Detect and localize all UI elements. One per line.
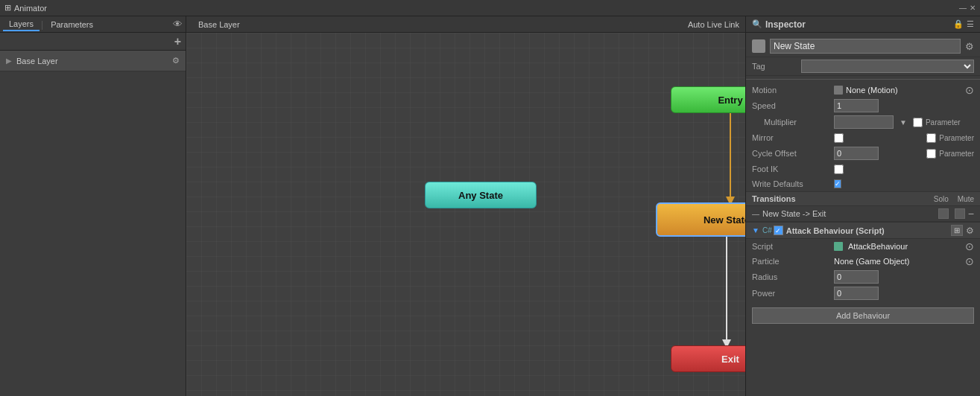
write-defaults-checkbox[interactable]: ✓ [834,179,841,188]
inspector-title: Inspector [765,19,806,30]
behaviour-title: Attack Behaviour (Script) [786,226,951,235]
close-icon[interactable]: ✕ [970,4,976,12]
left-panel: Layers | Parameters 👁 + ▶ Base Layer ⚙ [0,16,186,396]
layers-list: ▶ Base Layer ⚙ [0,51,186,396]
foot-ik-checkbox[interactable] [834,165,844,174]
motion-value: None (Motion) ⊙ [834,84,974,96]
behaviour-enabled-checkbox[interactable]: ✓ [774,226,783,235]
radius-label: Radius [752,272,834,281]
state-name-input[interactable] [770,39,961,54]
power-row: Power [746,285,980,301]
gear-icon[interactable]: ⚙ [172,56,180,66]
particle-label: Particle [752,257,834,266]
canvas-toolbar: Base Layer Auto Live Link [186,16,745,33]
inspector-body: ⚙ Tag Motion None (Motion) ⊙ [746,33,980,333]
behaviour-expand-icon: ▼ [752,226,759,234]
multiplier-dropdown-icon: ▼ [900,118,907,127]
state-name-row: ⚙ [746,36,980,57]
transition-item[interactable]: — New State -> Exit − [746,206,980,222]
canvas[interactable]: Entry Any State New State Exit [186,33,745,396]
state-gear-button[interactable]: ⚙ [965,41,974,52]
motion-label: Motion [752,86,834,95]
cycle-offset-label: Cycle Offset [752,149,834,158]
particle-value: None (Game Object) [834,257,909,266]
speed-input[interactable] [834,99,879,112]
list-item[interactable]: ▶ Base Layer ⚙ [0,51,186,71]
script-value: AttackBehaviour [848,242,908,251]
mirror-label: Mirror [752,133,834,142]
behaviour-section-header: ▼ C# ✓ Attack Behaviour (Script) ⊞ ⚙ [746,222,980,239]
radius-input[interactable] [834,270,879,284]
multiplier-label: Multiplier [752,118,834,127]
script-picker-button[interactable]: ⊙ [965,240,974,252]
canvas-area: Base Layer Auto Live Link Entry Any Stat… [186,16,745,396]
foot-ik-row: Foot IK [746,162,980,176]
inspector-panel: 🔍 Inspector 🔒 ☰ ⚙ Tag [745,16,980,396]
multiplier-parameter-check[interactable] [913,118,923,127]
cycle-offset-parameter-check[interactable] [926,149,936,159]
add-layer-button[interactable]: + [174,35,181,48]
auto-live-link[interactable]: Auto Live Link [688,20,739,29]
expand-icon: ▶ [6,57,12,65]
canvas-tab: Base Layer [192,19,246,31]
behaviour-gear-button[interactable]: ⚙ [966,226,974,236]
tab-parameters[interactable]: Parameters [45,19,99,31]
motion-row: Motion None (Motion) ⊙ [746,83,980,98]
menu-icon[interactable]: ☰ [967,19,974,29]
any-state-label: Any State [458,190,503,201]
script-icon-obj [834,242,843,251]
motion-obj-icon [834,86,843,95]
motion-picker-button[interactable]: ⊙ [965,84,974,96]
animator-grid-icon: ⊞ [4,3,11,13]
tag-label: Tag [752,62,797,71]
power-label: Power [752,289,834,298]
cycle-offset-input[interactable] [834,147,879,160]
mirror-parameter-label: Parameter [939,134,974,142]
left-panel-tabs: Layers | Parameters 👁 [0,16,186,33]
foot-ik-label: Foot IK [752,165,834,173]
inspector-header: 🔍 Inspector 🔒 ☰ [746,16,980,33]
tab-layers[interactable]: Layers [3,18,39,31]
lock-icon[interactable]: 🔒 [953,19,964,29]
eye-icon[interactable]: 👁 [173,19,183,30]
layer-toolbar: + [0,33,186,51]
transition-arrow-icon: — [752,210,759,218]
behaviour-edit-button[interactable]: ⊞ [951,225,963,236]
speed-label: Speed [752,101,834,110]
solo-check[interactable] [938,208,949,219]
tag-dropdown[interactable] [801,60,974,73]
multiplier-parameter-label: Parameter [926,118,961,127]
cycle-offset-row: Cycle Offset Parameter [746,145,980,162]
radius-row: Radius [746,269,980,285]
speed-row: Speed [746,98,980,114]
state-new-state[interactable]: New State [656,202,745,237]
state-any-state[interactable]: Any State [425,182,537,208]
particle-picker-button[interactable]: ⊙ [965,255,974,267]
write-defaults-row: Write Defaults ✓ [746,176,980,191]
exit-label: Exit [721,354,739,365]
transitions-section-header: Transitions Solo Mute [746,191,980,206]
animator-title-bar: ⊞ Animator — ✕ [0,0,980,16]
multiplier-input[interactable] [834,115,894,129]
particle-row: Particle None (Game Object) ⊙ [746,254,980,269]
mirror-row: Mirror Parameter [746,130,980,145]
state-type-icon [752,39,765,53]
remove-transition-button[interactable]: − [968,208,974,219]
new-state-label: New State [704,214,745,226]
transitions-label: Transitions [752,194,934,203]
mirror-parameter-check[interactable] [926,133,936,143]
entry-label: Entry [718,95,742,106]
mirror-checkbox[interactable] [834,133,844,143]
transition-label: New State -> Exit [762,209,938,218]
power-input[interactable] [834,287,879,300]
tag-row: Tag [746,57,980,76]
minimize-icon[interactable]: — [959,4,967,12]
cycle-offset-parameter-label: Parameter [939,150,974,158]
state-exit[interactable]: Exit [671,345,745,372]
layer-name: Base Layer [16,57,172,66]
write-defaults-label: Write Defaults [752,179,834,188]
mute-check[interactable] [955,208,965,219]
state-entry[interactable]: Entry [671,86,745,113]
add-behaviour-button[interactable]: Add Behaviour [752,307,974,324]
mute-label: Mute [958,195,974,203]
